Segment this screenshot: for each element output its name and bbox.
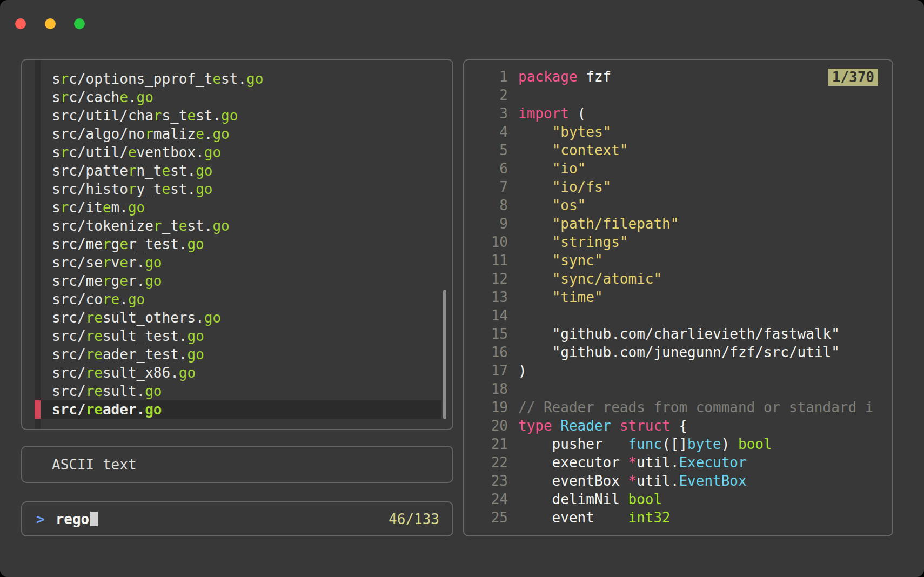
line-number: 10 (464, 233, 508, 251)
file-list-panel: src/options_pprof_test.gosrc/cache.gosrc… (21, 59, 453, 430)
file-list: src/options_pprof_test.gosrc/cache.gosrc… (22, 60, 452, 429)
code-text: "sync/atomic" (518, 270, 662, 288)
file-name: src/result.go (41, 382, 162, 400)
file-list-item[interactable]: src/result.go (35, 382, 441, 400)
line-number: 5 (464, 141, 508, 159)
file-name: src/util/eventbox.go (41, 143, 221, 162)
code-line: 25 event int32 (464, 508, 892, 527)
list-scrollbar[interactable] (443, 290, 446, 419)
code-view: 1package fzf23import (4 "bytes"5 "contex… (464, 68, 892, 527)
titlebar (0, 0, 924, 38)
code-line: 22 executor *util.Executor (464, 453, 892, 472)
line-number: 24 (464, 490, 508, 508)
file-list-item[interactable]: src/server.go (35, 253, 441, 272)
line-number: 14 (464, 306, 508, 325)
file-name: src/result_others.go (41, 308, 221, 327)
pointer-marker (35, 217, 41, 235)
file-name: src/cache.go (41, 88, 153, 106)
search-query-input[interactable]: rego (56, 511, 90, 527)
search-prompt-panel[interactable]: > rego 46/133 (21, 501, 453, 536)
zoom-button[interactable] (74, 18, 85, 29)
code-text: "io/fs" (518, 178, 611, 196)
file-list-item[interactable]: src/merger.go (35, 272, 441, 290)
file-list-item[interactable]: src/util/eventbox.go (35, 143, 441, 162)
file-name: src/item.go (41, 198, 145, 217)
line-number: 25 (464, 508, 508, 527)
line-number: 20 (464, 417, 508, 435)
file-list-item[interactable]: src/options_pprof_test.go (35, 70, 441, 88)
code-line: 13 "time" (464, 288, 892, 306)
pointer-marker (35, 308, 41, 327)
pointer-marker (35, 327, 41, 345)
line-number: 11 (464, 251, 508, 270)
line-number: 2 (464, 86, 508, 104)
code-text: "context" (518, 141, 628, 159)
pointer-marker (35, 162, 41, 180)
line-number: 12 (464, 270, 508, 288)
code-line: 12 "sync/atomic" (464, 270, 892, 288)
line-number: 18 (464, 380, 508, 398)
pointer-marker (35, 272, 41, 290)
file-list-item[interactable]: src/cache.go (35, 88, 441, 106)
file-list-item[interactable]: src/history_test.go (35, 180, 441, 198)
file-list-item[interactable]: src/reader_test.go (35, 345, 441, 364)
file-list-item[interactable]: src/pattern_test.go (35, 162, 441, 180)
line-number: 9 (464, 214, 508, 233)
file-list-item[interactable]: src/item.go (35, 198, 441, 217)
minimize-button[interactable] (45, 18, 56, 29)
file-list-item[interactable]: src/algo/normalize.go (35, 125, 441, 143)
pointer-marker (35, 364, 41, 382)
pointer-marker (35, 345, 41, 364)
code-text: pusher func([]byte) bool (518, 435, 772, 453)
code-text: "strings" (518, 233, 628, 251)
file-list-item[interactable]: src/result_others.go (35, 308, 441, 327)
line-number: 13 (464, 288, 508, 306)
pointer-marker (35, 180, 41, 198)
file-list-item[interactable]: src/result_x86.go (35, 364, 441, 382)
file-name: src/history_test.go (41, 180, 212, 198)
pointer-marker (35, 400, 41, 419)
file-list-item[interactable]: src/result_test.go (35, 327, 441, 345)
line-number: 21 (464, 435, 508, 453)
pointer-marker (35, 198, 41, 217)
file-name: src/reader.go (41, 400, 162, 419)
pointer-marker (35, 290, 41, 308)
code-text: delimNil bool (518, 490, 662, 508)
line-number: 17 (464, 361, 508, 380)
pointer-marker (35, 235, 41, 253)
prompt-symbol: > (36, 511, 45, 527)
line-number: 23 (464, 472, 508, 490)
file-name: src/reader_test.go (41, 345, 204, 364)
file-name: src/core.go (41, 290, 145, 308)
file-list-item[interactable]: src/merger_test.go (35, 235, 441, 253)
line-number: 3 (464, 104, 508, 123)
preview-panel: 1/370 1package fzf23import (4 "bytes"5 "… (463, 59, 893, 536)
line-number: 8 (464, 196, 508, 214)
line-number: 4 (464, 123, 508, 141)
pointer-marker (35, 143, 41, 162)
code-text: executor *util.Executor (518, 453, 747, 472)
code-line: 4 "bytes" (464, 123, 892, 141)
file-list-item[interactable]: src/reader.go (35, 400, 441, 419)
file-name: src/merger_test.go (41, 235, 204, 253)
code-text: package fzf (518, 68, 611, 86)
code-line: 21 pusher func([]byte) bool (464, 435, 892, 453)
file-list-item[interactable]: src/util/chars_test.go (35, 106, 441, 125)
close-button[interactable] (15, 18, 26, 29)
file-type-panel: ASCII text (21, 446, 453, 483)
code-line: 18 (464, 380, 892, 398)
file-name: src/result_test.go (41, 327, 204, 345)
code-line: 8 "os" (464, 196, 892, 214)
terminal-window: src/options_pprof_test.gosrc/cache.gosrc… (0, 0, 924, 577)
code-text: eventBox *util.EventBox (518, 472, 747, 490)
file-list-item[interactable]: src/core.go (35, 290, 441, 308)
code-text: event int32 (518, 508, 671, 527)
code-text: "os" (518, 196, 586, 214)
file-list-item[interactable]: src/tokenizer_test.go (35, 217, 441, 235)
code-text: "path/filepath" (518, 214, 679, 233)
line-number: 1 (464, 68, 508, 86)
file-name: src/util/chars_test.go (41, 106, 238, 125)
code-text: ) (518, 361, 527, 380)
code-line: 7 "io/fs" (464, 178, 892, 196)
file-name: src/options_pprof_test.go (41, 70, 263, 88)
